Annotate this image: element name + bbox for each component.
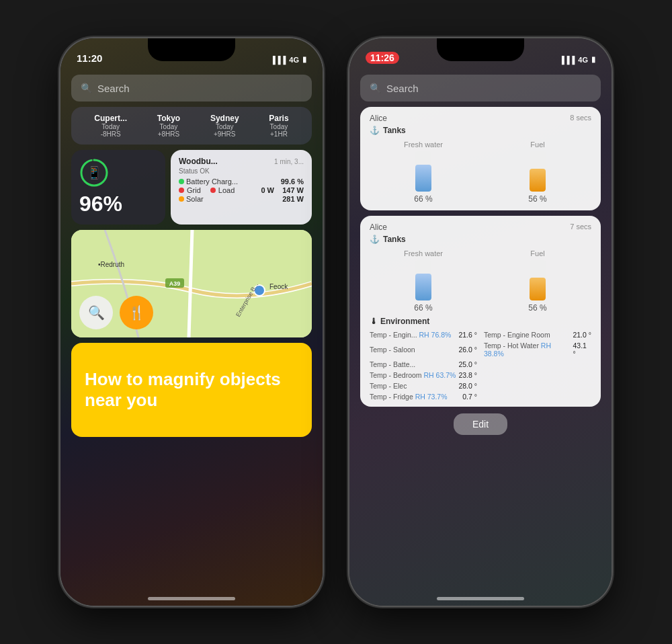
left-phone: 11:20 ▐▐▐ 4G ▮ 🔍 Search Cupert... Today … (60, 38, 323, 606)
map-food-button[interactable]: 🍴 (120, 296, 153, 329)
fuel-fill-1 (530, 169, 546, 192)
battery-icon-right: ▮ (591, 55, 595, 64)
card2-subtitle: ⚓ Tanks (370, 235, 591, 244)
status-icons-left: ▐▐▐ 4G ▮ (270, 55, 306, 64)
svg-text:•Redruth: •Redruth (98, 261, 124, 268)
energy-title: Woodbu... (179, 157, 218, 166)
right-content: 🔍 Search Alice 8 secs ⚓ Tanks Fresh wate… (349, 68, 612, 606)
env-row-2-left: Temp - Batte... 25.0 ° (370, 360, 477, 369)
search-bar-right[interactable]: 🔍 Search (360, 75, 601, 102)
search-icon-left: 🔍 (81, 83, 92, 93)
search-label-right: Search (386, 83, 419, 94)
left-content: 🔍 Search Cupert... Today -8HRS Tokyo Tod… (60, 68, 323, 606)
left-screen: 11:20 ▐▐▐ 4G ▮ 🔍 Search Cupert... Today … (60, 38, 323, 606)
time-left: 11:20 (77, 52, 102, 64)
notch-right (437, 38, 524, 61)
edit-button[interactable]: Edit (454, 413, 507, 435)
magnify-widget[interactable]: How to magnify objects near you (71, 343, 312, 437)
search-label-left: Search (97, 83, 130, 94)
energy-widget[interactable]: Woodbu... 1 min, 3... Status OK Battery … (171, 150, 312, 225)
fuel-bar-2 (530, 260, 546, 300)
card2-title: Alice (370, 223, 387, 232)
env-row-1-left: Temp - Saloon 26.0 ° (370, 341, 477, 358)
weather-city-1: Tokyo Today +8HRS (157, 114, 180, 138)
card2-tanks-row: Fresh water 66 % Fuel 56 % (370, 249, 591, 313)
right-phone: 11:26 ▐▐▐ 4G ▮ 🔍 Search Alice 8 secs ⚓ (349, 38, 612, 606)
card2-header: Alice 7 secs (370, 223, 591, 232)
freshwater-fill-2 (415, 274, 431, 300)
card1-freshwater: Fresh water 66 % (370, 140, 477, 204)
card1-time: 8 secs (570, 114, 591, 122)
env-row-1-right: Temp - Hot Water RH 38.8% 43.1 ° (484, 341, 591, 358)
signal-icon-right: ▐▐▐ (559, 56, 575, 64)
battery-widget[interactable]: 📱 96% (71, 150, 165, 225)
card2-freshwater: Fresh water 66 % (370, 249, 477, 313)
widgets-row: 📱 96% Woodbu... 1 min, 3... Status OK Ba… (71, 150, 312, 225)
env-row-4-left: Temp - Elec 28.0 ° (370, 381, 477, 391)
time-right: 11:26 (366, 52, 399, 64)
tank-card-2[interactable]: Alice 7 secs ⚓ Tanks Fresh water 66 % (360, 216, 601, 407)
env-row-2-right (484, 360, 591, 369)
map-search-button[interactable]: 🔍 (79, 296, 113, 329)
env-row-0-right: Temp - Engine Room 21.0 ° (484, 330, 591, 339)
svg-text:A39: A39 (169, 280, 181, 287)
status-icons-right: ▐▐▐ 4G ▮ (559, 55, 595, 64)
svg-point-1 (81, 160, 107, 186)
fuel-fill-2 (530, 278, 546, 300)
card2-time: 7 secs (570, 223, 591, 231)
network-label-right: 4G (578, 56, 588, 64)
card1-tanks-row: Fresh water 66 % Fuel 56 % (370, 140, 591, 204)
battery-icon: ▮ (302, 55, 306, 64)
tank-card-1[interactable]: Alice 8 secs ⚓ Tanks Fresh water 66 % (360, 107, 601, 210)
env-row-3-left: Temp - Bedroom RH 63.7% 23.8 ° (370, 370, 477, 380)
network-label: 4G (289, 56, 299, 64)
card2-fuel: Fuel 56 % (484, 249, 591, 313)
env-row-5-right (484, 392, 591, 401)
card1-subtitle: ⚓ Tanks (370, 126, 591, 135)
card1-header: Alice 8 secs (370, 114, 591, 123)
energy-status: Status OK (179, 167, 304, 175)
env-title: 🌡 Environment (370, 317, 591, 326)
signal-icon: ▐▐▐ (270, 56, 286, 64)
right-screen: 11:26 ▐▐▐ 4G ▮ 🔍 Search Alice 8 secs ⚓ (349, 38, 612, 606)
weather-city-0: Cupert... Today -8HRS (94, 114, 127, 138)
env-row-4-right (484, 381, 591, 391)
fuel-bar-1 (530, 151, 546, 192)
map-buttons: 🔍 🍴 (79, 296, 153, 329)
svg-text:Feock: Feock (269, 283, 288, 290)
card1-fuel: Fuel 56 % (484, 140, 591, 204)
energy-row-2: Solar 281 W (179, 195, 304, 203)
freshwater-bar-2 (415, 260, 431, 300)
freshwater-fill-1 (415, 165, 431, 192)
battery-ring: 📱 (79, 158, 109, 188)
env-row-3-right (484, 370, 591, 380)
map-widget[interactable]: A39 •Redruth Feock Enterprise B... 🔍 🍴 (71, 230, 312, 337)
weather-city-3: Paris Today +1HR (269, 114, 288, 138)
weather-city-2: Sydney Today +9HRS (210, 114, 239, 138)
energy-time: 1 min, 3... (274, 158, 304, 165)
search-bar-left[interactable]: 🔍 Search (71, 75, 312, 102)
energy-row-0: Battery Charg... 99.6 % (179, 177, 304, 186)
freshwater-bar-1 (415, 151, 431, 192)
card1-title: Alice (370, 114, 387, 123)
search-icon-right: 🔍 (370, 83, 381, 93)
env-grid: Temp - Engin... RH 76.8% 21.6 ° Temp - E… (370, 330, 591, 401)
notch-left (148, 38, 235, 61)
battery-percent: 96% (79, 192, 157, 216)
env-row-0-left: Temp - Engin... RH 76.8% 21.6 ° (370, 330, 477, 339)
weather-widget[interactable]: Cupert... Today -8HRS Tokyo Today +8HRS … (71, 107, 312, 145)
energy-row-1: Grid Load 0 W 147 W (179, 186, 304, 194)
home-indicator-left (148, 597, 235, 600)
environment-section: 🌡 Environment Temp - Engin... RH 76.8% 2… (370, 317, 591, 401)
magnify-text: How to magnify objects near you (85, 369, 298, 411)
env-row-5-left: Temp - Fridge RH 73.7% 0.7 ° (370, 392, 477, 401)
home-indicator-right (437, 597, 524, 600)
